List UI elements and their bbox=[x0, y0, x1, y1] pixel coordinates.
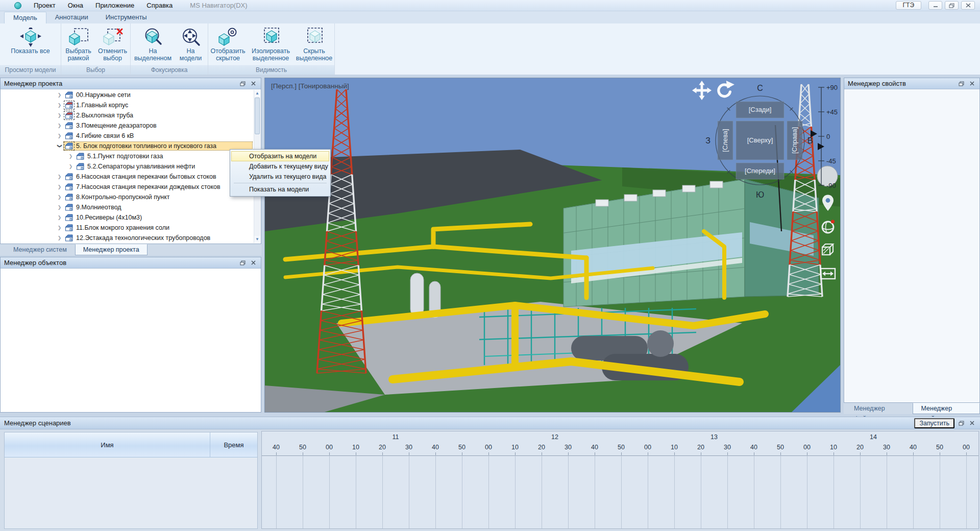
chevron-collapsed-icon[interactable]: ❯ bbox=[56, 225, 63, 230]
timeline-gridline bbox=[382, 455, 383, 528]
minimize-button[interactable] bbox=[928, 1, 942, 10]
panel-tab-1[interactable]: Менеджер свойств bbox=[913, 403, 980, 414]
pan-view-icon[interactable] bbox=[692, 80, 712, 102]
chevron-collapsed-icon[interactable]: ❯ bbox=[56, 205, 63, 210]
context-menu: Отобразить на моделиДобавить к текущему … bbox=[230, 149, 331, 197]
scroll-down-icon[interactable]: ▼ bbox=[254, 236, 260, 243]
model-node-icon bbox=[65, 214, 74, 221]
ribbon-tab-1[interactable]: Аннотации bbox=[46, 12, 97, 23]
tree-item[interactable]: ❯3.Помещение деаэраторов bbox=[1, 120, 254, 131]
chevron-collapsed-icon[interactable]: ❯ bbox=[56, 123, 63, 128]
ribbon-button-отменить-выбор[interactable]: Отменить выбор bbox=[96, 26, 130, 62]
rotate-view-icon[interactable] bbox=[713, 80, 734, 102]
context-menu-item[interactable]: Отобразить на модели bbox=[231, 151, 329, 161]
chevron-collapsed-icon[interactable]: ❯ bbox=[56, 113, 63, 118]
run-scenario-button[interactable]: Запустить bbox=[914, 418, 954, 428]
close-panel-icon[interactable] bbox=[968, 419, 976, 427]
3d-viewport[interactable]: [Персп.] [Тонированный] СЮЗВ[Сзади][Свер… bbox=[264, 78, 841, 413]
ribbon-button-показать-все[interactable]: Показать все bbox=[4, 26, 57, 55]
tree-item[interactable]: ❯00.Наружные сети bbox=[1, 90, 254, 100]
context-menu-item[interactable]: Удалить из текущего вида bbox=[231, 172, 329, 182]
chevron-collapsed-icon[interactable]: ❯ bbox=[56, 92, 63, 98]
float-panel-icon[interactable] bbox=[238, 80, 247, 87]
ribbon-button-на-модели[interactable]: На модели bbox=[175, 26, 207, 62]
timeline-tick bbox=[568, 452, 569, 455]
context-menu-item[interactable]: Добавить к текущему виду bbox=[231, 161, 329, 172]
chevron-expanded-icon[interactable]: ❯ bbox=[57, 143, 62, 150]
column-name[interactable]: Имя bbox=[5, 432, 210, 457]
tree-item[interactable]: ❯5. Блок подготовки топливного и пусково… bbox=[1, 141, 254, 151]
timeline-tick bbox=[860, 452, 861, 455]
tree-item-label: 6.Насосная станция перекачки бытовых сто… bbox=[76, 173, 216, 180]
column-time[interactable]: Время bbox=[210, 432, 257, 457]
close-panel-icon[interactable] bbox=[249, 259, 257, 267]
timeline-tick bbox=[780, 452, 781, 455]
tree-item[interactable]: ❯10.Ресиверы (4х10м3) bbox=[1, 212, 254, 223]
chevron-collapsed-icon[interactable]: ❯ bbox=[56, 235, 63, 240]
float-panel-icon[interactable] bbox=[957, 419, 965, 427]
scrollbar-thumb[interactable] bbox=[255, 98, 260, 134]
close-window-button[interactable] bbox=[961, 1, 975, 10]
timeline-gridline bbox=[834, 455, 834, 528]
timeline-tick bbox=[727, 452, 728, 455]
tree-item[interactable]: ❯11.Блок мокрого хранения соли bbox=[1, 223, 254, 233]
chevron-collapsed-icon[interactable]: ❯ bbox=[56, 133, 63, 138]
ribbon-group-1: Выбрать рамкойОтменить выборВыбор bbox=[61, 23, 131, 75]
menu-item-2[interactable]: Приложение bbox=[89, 0, 140, 11]
close-panel-icon[interactable] bbox=[249, 80, 257, 87]
panel-tab-0[interactable]: Менеджер систем bbox=[5, 244, 75, 255]
tree-item[interactable]: ❯6.Насосная станция перекачки бытовых ст… bbox=[1, 172, 254, 182]
restore-button[interactable] bbox=[945, 1, 959, 10]
pan-horizontal-icon[interactable] bbox=[818, 264, 838, 285]
tree-item[interactable]: ❯2.Выхлопная труба bbox=[1, 110, 254, 120]
tree-item-content: 1.Главный корпус bbox=[64, 101, 130, 109]
ribbon-group-3: Отобразить скрытоеИзолировать выделенное… bbox=[208, 23, 335, 75]
chevron-collapsed-icon[interactable]: ❯ bbox=[56, 195, 63, 200]
timeline-tick bbox=[409, 452, 409, 455]
tree-item[interactable]: ❯4.Гибкие связи 6 кВ bbox=[1, 131, 254, 141]
compass-east-label: В bbox=[807, 136, 813, 145]
ribbon-tab-0[interactable]: Модель bbox=[4, 12, 46, 23]
tree-item[interactable]: ❯1.Главный корпус bbox=[1, 100, 254, 110]
session-button[interactable]: ГТЭ bbox=[896, 1, 921, 10]
isometric-cube-icon[interactable] bbox=[818, 240, 838, 261]
ribbon-tab-2[interactable]: Инструменты bbox=[97, 12, 156, 23]
context-menu-item[interactable]: Показать на модели bbox=[231, 184, 329, 195]
tree-item[interactable]: ❯5.1.Пункт подготовки газа bbox=[1, 151, 254, 161]
panel-tab-1[interactable]: Менеджер проекта bbox=[75, 244, 148, 255]
timeline-minute-label: 50 bbox=[933, 444, 947, 451]
menu-item-1[interactable]: Окна bbox=[62, 0, 89, 11]
close-panel-icon[interactable] bbox=[968, 80, 976, 87]
chevron-collapsed-icon[interactable]: ❯ bbox=[56, 215, 63, 220]
cancel-selection-icon bbox=[102, 27, 124, 47]
panel-tab-0[interactable]: Менеджер файлов bbox=[846, 403, 913, 414]
ribbon-button-изолировать-выделенное[interactable]: Изолировать выделенное bbox=[249, 26, 293, 62]
menu-item-3[interactable]: Справка bbox=[140, 0, 179, 11]
timeline-minute-label: 10 bbox=[508, 444, 522, 451]
scenario-timeline[interactable]: 4050001020304050001020304050001020304050… bbox=[261, 431, 979, 529]
chevron-collapsed-icon[interactable]: ❯ bbox=[67, 164, 74, 169]
ribbon-button-на-выделенном[interactable]: На выделенном bbox=[132, 26, 174, 62]
chevron-collapsed-icon[interactable]: ❯ bbox=[56, 184, 63, 189]
tree-item[interactable]: ❯12.Эстакада технологических трубопровод… bbox=[1, 233, 254, 243]
tree-item[interactable]: ❯8.Контрольно-пропускной пункт bbox=[1, 192, 254, 202]
chevron-collapsed-icon[interactable]: ❯ bbox=[67, 154, 74, 159]
timeline-tick bbox=[435, 452, 436, 455]
location-pin-icon[interactable] bbox=[818, 194, 838, 214]
tree-item[interactable]: ❯9.Молниеотвод bbox=[1, 202, 254, 212]
ribbon-button-выбрать-рамкой[interactable]: Выбрать рамкой bbox=[62, 26, 95, 62]
float-panel-icon[interactable] bbox=[238, 259, 247, 267]
tree-item[interactable]: ❯7.Насосная станция перекачки дождевых с… bbox=[1, 182, 254, 192]
chevron-collapsed-icon[interactable]: ❯ bbox=[56, 103, 63, 108]
ribbon-button-скрыть-выделенное[interactable]: Скрыть выделенное bbox=[295, 26, 334, 62]
ribbon-button-отобразить-скрытое[interactable]: Отобразить скрытое bbox=[209, 26, 248, 62]
float-panel-icon[interactable] bbox=[957, 80, 965, 87]
timeline-baseline bbox=[262, 455, 978, 456]
scroll-up-icon[interactable]: ▲ bbox=[254, 90, 260, 97]
tree-item[interactable]: ❯5.2.Сепараторы улавливания нефти bbox=[1, 161, 254, 172]
orbit-globe-icon[interactable] bbox=[818, 217, 838, 238]
chevron-collapsed-icon[interactable]: ❯ bbox=[56, 174, 63, 179]
menu-item-0[interactable]: Проект bbox=[28, 0, 62, 11]
tree-item-content: 9.Молниеотвод bbox=[64, 203, 123, 211]
tree-item-label: 2.Выхлопная труба bbox=[76, 112, 133, 119]
